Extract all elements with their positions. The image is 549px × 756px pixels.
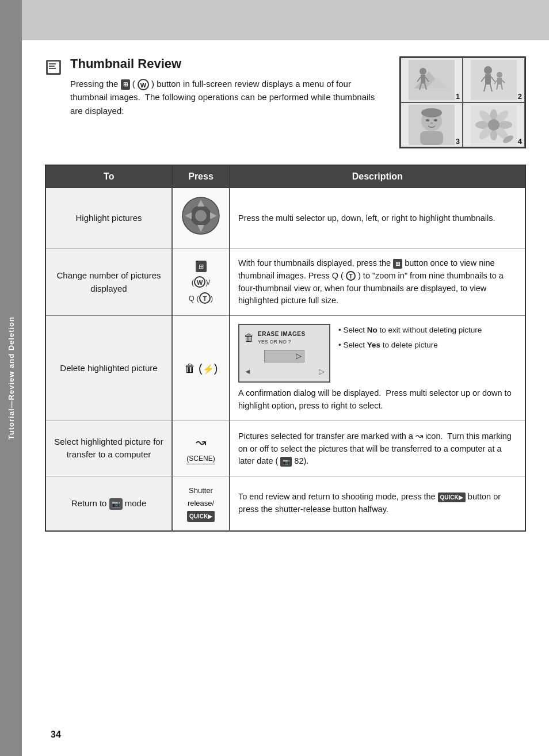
- to-cell-transfer: Select highlighted picture for transfer …: [45, 421, 172, 476]
- svg-rect-33: [420, 131, 443, 145]
- thumb-button-icon: ⊞: [121, 79, 130, 90]
- multiselector-icon: [181, 196, 220, 235]
- to-cell-return: Return to 📷 mode: [45, 476, 172, 532]
- to-cell-highlight: Highlight pictures: [45, 188, 172, 249]
- top-bar: [22, 0, 549, 40]
- col-press: Press: [172, 165, 230, 188]
- left-arrow-icon: ◄: [244, 366, 251, 377]
- main-table: To Press Description Highlight pictures: [45, 165, 526, 532]
- scene-label: (SCENE): [186, 453, 215, 464]
- svg-point-29: [421, 108, 442, 117]
- thumb-num-3: 3: [456, 137, 460, 146]
- quick-btn-inline: QUICK▶: [438, 492, 466, 502]
- desc-cell-transfer: Pictures selected for transfer are marke…: [230, 421, 525, 476]
- trash-icon: 🗑: [244, 330, 254, 346]
- svg-point-8: [420, 68, 426, 75]
- delete-icon: 🗑 (⚡): [181, 360, 221, 377]
- page-number: 34: [51, 730, 61, 740]
- table-row: Return to 📷 mode Shutterrelease/ QUICK▶ …: [45, 476, 525, 532]
- svg-point-47: [195, 210, 207, 222]
- press-cell-delete: 🗑 (⚡): [172, 316, 230, 421]
- press-cell-shutter: Shutterrelease/ QUICK▶: [172, 476, 230, 532]
- scene-icon-group: ↝ (SCENE): [181, 433, 221, 464]
- dialog-header: 🗑 ERASE IMAGES YES OR NO ?: [244, 330, 325, 346]
- main-content: Thumbnail Review Pressing the ⊞ ( W ) bu…: [22, 40, 549, 756]
- delete-bullet-list: • Select No to exit without deleting pic…: [338, 324, 482, 353]
- zoom-buttons-group: ⊞ (W)/ Q (T): [181, 261, 221, 304]
- table-row: Change number of pictures displayed ⊞ (W…: [45, 249, 525, 316]
- svg-rect-22: [497, 78, 502, 85]
- col-to: To: [45, 165, 172, 188]
- thumb-num-1: 1: [456, 92, 460, 101]
- press-cell-scene: ↝ (SCENE): [172, 421, 230, 476]
- press-cell-multiselector: [172, 188, 230, 249]
- dialog-button: ▷: [264, 350, 304, 362]
- thumb-cell-1: 1: [401, 58, 463, 102]
- tutorial-icon: [45, 59, 62, 78]
- table-row: Select highlighted picture for transfer …: [45, 421, 525, 476]
- svg-rect-4: [49, 68, 56, 69]
- to-cell-change: Change number of pictures displayed: [45, 249, 172, 316]
- dialog-bottom: ◄ ▷: [244, 366, 325, 377]
- svg-point-32: [430, 123, 433, 124]
- w-button-icon: W: [138, 79, 149, 90]
- svg-rect-16: [485, 74, 491, 85]
- header-text-block: Thumbnail Review Pressing the ⊞ ( W ) bu…: [45, 56, 388, 117]
- desc-cell-highlight: Press the multi selector up, down, left,…: [230, 188, 525, 249]
- dialog-title: ERASE IMAGES: [258, 330, 306, 338]
- grid-btn-inline: ⊞: [393, 259, 402, 269]
- thumb-cell-3: 3: [401, 102, 463, 147]
- t-label: Q (T): [189, 292, 213, 304]
- press-cell-zoom: ⊞ (W)/ Q (T): [172, 249, 230, 316]
- desc-cell-return: To end review and return to shooting mod…: [230, 476, 525, 532]
- desc-cell-delete: 🗑 ERASE IMAGES YES OR NO ? ▷: [230, 316, 525, 421]
- thumb-num-2: 2: [518, 92, 522, 101]
- to-cell-delete: Delete highlighted picture: [45, 316, 172, 421]
- svg-rect-9: [421, 75, 425, 83]
- svg-point-15: [484, 66, 492, 74]
- transfer-wave-icon: ↝: [415, 431, 423, 441]
- svg-point-31: [434, 119, 437, 121]
- delete-description: 🗑 ERASE IMAGES YES OR NO ? ▷: [238, 324, 517, 387]
- table-row: Highlight pictures: [45, 188, 525, 249]
- quick-button-icon: QUICK▶: [187, 511, 215, 522]
- svg-point-21: [497, 72, 502, 78]
- sidebar-label: Tutorial—Review and Deletion: [7, 316, 16, 440]
- thumb-num-4: 4: [518, 137, 522, 146]
- w-label: (W)/: [192, 276, 210, 288]
- arrow-right-icon: ▷: [296, 350, 302, 362]
- svg-rect-2: [49, 63, 56, 64]
- thumbnail-preview: 1: [399, 56, 526, 148]
- sidebar-tab: Tutorial—Review and Deletion: [0, 0, 22, 756]
- delete-dialog-box: 🗑 ERASE IMAGES YES OR NO ? ▷: [238, 324, 330, 383]
- ref-icon: 📷: [280, 457, 292, 467]
- desc-cell-change: With four thumbnails displayed, press th…: [230, 249, 525, 316]
- yes-option-text: • Select Yes to delete picture: [338, 339, 482, 352]
- delete-dialog-container: 🗑 ERASE IMAGES YES OR NO ? ▷: [238, 324, 330, 383]
- no-option-text: • Select No to exit without deleting pic…: [338, 324, 482, 337]
- table-header-row: To Press Description: [45, 165, 525, 188]
- grid-icon: ⊞: [196, 261, 207, 273]
- table-row: Delete highlighted picture 🗑 (⚡) 🗑: [45, 316, 525, 421]
- col-description: Description: [230, 165, 525, 188]
- thumb-cell-2: 2: [463, 58, 525, 102]
- shutter-label: Shutterrelease/ QUICK▶: [181, 484, 221, 522]
- wave-icon: ↝: [196, 433, 206, 452]
- t-btn-inline: T: [346, 271, 356, 281]
- page-title: Thumbnail Review: [70, 56, 388, 71]
- svg-point-43: [488, 119, 500, 131]
- dialog-sub: YES OR NO ?: [258, 338, 306, 346]
- right-arrow-icon: ▷: [319, 366, 325, 377]
- page-intro: Pressing the ⊞ ( W ) button in full-scre…: [70, 77, 388, 117]
- thumb-cell-4: 4: [463, 102, 525, 147]
- delete-top-desc: A confirmation dialog will be displayed.…: [238, 387, 517, 413]
- svg-point-30: [426, 119, 429, 121]
- camera-icon: 📷: [109, 498, 123, 510]
- header-section: Thumbnail Review Pressing the ⊞ ( W ) bu…: [45, 56, 526, 148]
- svg-rect-3: [49, 66, 55, 67]
